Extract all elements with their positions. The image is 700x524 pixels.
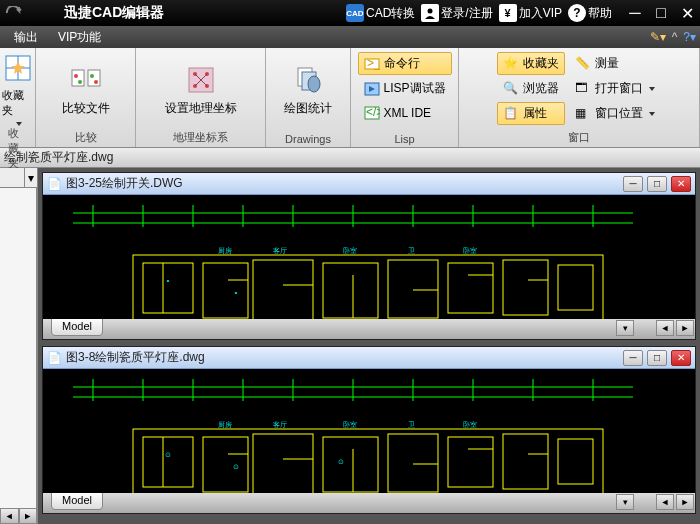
cmdline-button[interactable]: >_命令行 [358, 52, 452, 75]
browser-button[interactable]: 🔍浏览器 [497, 77, 565, 100]
xml-icon: </> [364, 105, 380, 121]
group-label: Lisp [394, 133, 414, 145]
measure-button[interactable]: 📏测量 [569, 52, 661, 75]
scroll-right-button[interactable]: ► [676, 320, 694, 336]
doc-bottom-bar: Model ▾ ◄ ► [43, 493, 695, 513]
svg-rect-38 [143, 263, 193, 313]
cad-canvas[interactable]: 厨房客厅卧室卫卧室⊙⊙⊙ [43, 369, 695, 493]
scroll-left-button[interactable]: ◄ [656, 494, 674, 510]
cad-convert-button[interactable]: CAD CAD转换 [346, 4, 415, 22]
svg-text:>_: >_ [367, 56, 380, 70]
left-panel: ▾ ◄► [0, 168, 38, 524]
doc-titlebar[interactable]: 📄 图3-25绘制开关.DWG ─ □ ✕ [43, 173, 695, 195]
group-label: 比较 [75, 130, 97, 145]
doc-title: 图3-25绘制开关.DWG [66, 175, 619, 192]
xml-ide-button[interactable]: </>XML IDE [358, 102, 452, 124]
geo-button[interactable]: 设置地理坐标 [165, 52, 237, 128]
svg-rect-44 [503, 260, 548, 315]
open-window-button[interactable]: 🗔打开窗口 [569, 77, 661, 100]
tab-output[interactable]: 输出 [4, 27, 48, 48]
yen-icon: ¥ [499, 4, 517, 22]
tab-vip[interactable]: VIP功能 [48, 27, 111, 48]
ruler-icon: 📏 [575, 56, 591, 72]
svg-rect-76 [323, 437, 378, 492]
svg-text:卧室: 卧室 [343, 247, 357, 254]
chevron-up-icon[interactable]: ^ [672, 30, 678, 44]
svg-text:⊙: ⊙ [338, 458, 344, 465]
svg-rect-40 [253, 260, 313, 319]
app-title: 迅捷CAD编辑器 [64, 4, 164, 22]
compare-button[interactable]: 比较文件 [62, 52, 110, 128]
cad-canvas[interactable]: 厨房客厅卧室卫卧室⚬⚬ [43, 195, 695, 319]
svg-rect-45 [558, 265, 593, 310]
model-tab[interactable]: Model [51, 492, 103, 510]
svg-point-9 [90, 74, 94, 78]
model-tab[interactable]: Model [51, 318, 103, 336]
group-label: 窗口 [568, 130, 590, 145]
svg-point-10 [94, 80, 98, 84]
document-area: 📄 图3-25绘制开关.DWG ─ □ ✕ 厨房客厅卧室卫卧室⚬⚬ [38, 168, 700, 524]
svg-point-7 [74, 74, 78, 78]
doc-close-button[interactable]: ✕ [671, 350, 691, 366]
svg-text:卫: 卫 [408, 421, 415, 428]
doc-maximize-button[interactable]: □ [647, 350, 667, 366]
compare-icon [70, 64, 102, 96]
scroll-left-button[interactable]: ◄ [656, 320, 674, 336]
svg-rect-78 [448, 437, 493, 487]
redo-icon[interactable] [4, 3, 24, 23]
svg-text:卧室: 卧室 [463, 421, 477, 428]
svg-text:⊙: ⊙ [233, 463, 239, 470]
scroll-right-button[interactable]: ► [676, 494, 694, 510]
panel-left-arrow[interactable]: ◄ [0, 508, 19, 524]
svg-text:⚬: ⚬ [165, 277, 171, 284]
star-icon: ⭐ [503, 56, 519, 72]
drawings-icon [292, 64, 324, 96]
browser-icon: 🔍 [503, 81, 519, 97]
geo-icon [185, 64, 217, 96]
dropdown-icon[interactable]: ▾ [25, 168, 37, 187]
help-small-icon[interactable]: ?▾ [683, 30, 696, 44]
svg-text:客厅: 客厅 [273, 421, 287, 428]
properties-button[interactable]: 📋属性 [497, 102, 565, 125]
doc-close-button[interactable]: ✕ [671, 176, 691, 192]
scroll-down-button[interactable]: ▾ [616, 494, 634, 510]
vip-button[interactable]: ¥ 加入VIP [499, 4, 562, 22]
panel-scroll[interactable] [0, 188, 37, 508]
svg-text:⚬: ⚬ [233, 289, 239, 296]
scroll-down-button[interactable]: ▾ [616, 320, 634, 336]
group-label: 地理坐标系 [173, 130, 228, 145]
favorites-big-button[interactable]: 收藏夹 [2, 52, 34, 126]
doc-titlebar[interactable]: 📄 图3-8绘制瓷质平灯座.dwg ─ □ ✕ [43, 347, 695, 369]
svg-rect-6 [88, 70, 100, 86]
panel-right-arrow[interactable]: ► [19, 508, 38, 524]
drawings-button[interactable]: 绘图统计 [284, 52, 332, 128]
svg-point-18 [308, 76, 320, 92]
svg-rect-41 [323, 263, 378, 318]
doc-minimize-button[interactable]: ─ [623, 176, 643, 192]
doc-bottom-bar: Model ▾ ◄ ► [43, 319, 695, 339]
win-favorites-button[interactable]: ⭐收藏夹 [497, 52, 565, 75]
maximize-button[interactable]: □ [652, 4, 670, 22]
svg-text:⊙: ⊙ [165, 451, 171, 458]
edit-icon[interactable]: ✎▾ [650, 30, 666, 44]
doc-minimize-button[interactable]: ─ [623, 350, 643, 366]
user-icon [421, 4, 439, 22]
lisp-debugger-button[interactable]: LISP调试器 [358, 77, 452, 100]
doc-icon: 📄 [47, 351, 62, 365]
favorites-icon [2, 52, 34, 84]
help-button[interactable]: ? 帮助 [568, 4, 612, 22]
svg-rect-75 [253, 434, 313, 493]
svg-rect-39 [203, 263, 248, 318]
tab-bar: 输出 VIP功能 ✎▾ ^ ?▾ [0, 26, 700, 48]
svg-rect-73 [143, 437, 193, 487]
title-bar: 迅捷CAD编辑器 CAD CAD转换 登录/注册 ¥ 加入VIP ? 帮助 ─ … [0, 0, 700, 26]
path-bar: 绘制瓷质平灯座.dwg [0, 148, 700, 168]
doc-icon: 📄 [47, 177, 62, 191]
close-button[interactable]: ✕ [678, 4, 696, 22]
window-position-button[interactable]: ▦窗口位置 [569, 102, 661, 125]
svg-rect-77 [388, 434, 438, 492]
doc-maximize-button[interactable]: □ [647, 176, 667, 192]
minimize-button[interactable]: ─ [626, 4, 644, 22]
login-button[interactable]: 登录/注册 [421, 4, 492, 22]
doc-title: 图3-8绘制瓷质平灯座.dwg [66, 349, 619, 366]
